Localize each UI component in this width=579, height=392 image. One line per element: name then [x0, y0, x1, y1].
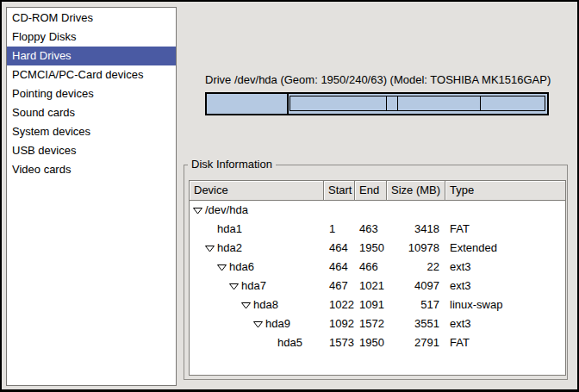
column-header-end[interactable]: End [355, 181, 387, 201]
expander-open-icon[interactable] [193, 207, 202, 215]
tree-expander[interactable] [193, 201, 205, 220]
type-cell: ext3 [445, 314, 565, 333]
disk-table: DeviceStartEndSize (MB)Type /dev/hdahda1… [189, 180, 566, 376]
disk-table-row[interactable]: hda5157319502791FAT [190, 333, 565, 352]
start-cell [324, 201, 355, 220]
expander-open-icon[interactable] [241, 302, 251, 309]
type-cell: linux-swap [445, 296, 565, 314]
tree-expander[interactable] [241, 296, 253, 314]
device-category-list: CD-ROM DrivesFloppy DisksHard DrivesPCMC… [6, 7, 177, 386]
disk-table-row[interactable]: hda9109215723551ext3 [190, 314, 565, 333]
size-cell: 10978 [387, 239, 445, 258]
type-cell: Extended [445, 239, 565, 258]
type-cell: ext3 [445, 277, 565, 296]
start-cell: 467 [324, 277, 355, 296]
sidebar-item-system-devices[interactable]: System devices [7, 122, 176, 141]
device-cell: hda9 [190, 314, 324, 333]
sidebar-item-sound-cards[interactable]: Sound cards [7, 103, 176, 122]
disk-table-row[interactable]: hda646446622ext3 [190, 258, 565, 277]
disk-table-row[interactable]: hda810221091517linux-swap [190, 296, 565, 314]
end-cell: 1091 [355, 296, 387, 314]
tree-expander[interactable] [229, 277, 241, 296]
logical-partition-divider [397, 96, 398, 110]
column-header-size-mb-[interactable]: Size (MB) [387, 181, 445, 201]
column-header-type[interactable]: Type [445, 181, 565, 201]
drive-title: Drive /dev/hda (Geom: 1950/240/63) (Mode… [205, 73, 551, 86]
sidebar-item-usb-devices[interactable]: USB devices [7, 141, 176, 160]
device-cell: hda8 [190, 296, 324, 314]
sidebar-item-pointing-devices[interactable]: Pointing devices [7, 84, 176, 103]
size-cell: 2791 [387, 333, 445, 352]
expander-open-icon[interactable] [217, 264, 227, 271]
disk-information-group: Disk Information DeviceStartEndSize (MB)… [184, 165, 568, 380]
device-label: hda5 [277, 333, 302, 352]
expander-open-icon[interactable] [253, 320, 263, 328]
size-cell: 3551 [387, 314, 445, 333]
device-label: hda8 [253, 296, 278, 314]
size-cell: 4097 [387, 277, 445, 296]
expander-open-icon[interactable] [205, 245, 215, 252]
end-cell: 1950 [355, 239, 387, 258]
type-cell: FAT [445, 333, 565, 352]
tree-expander[interactable] [253, 314, 265, 333]
expander-open-icon[interactable] [229, 283, 239, 290]
type-cell [445, 201, 565, 220]
sidebar-item-video-cards[interactable]: Video cards [7, 160, 176, 179]
end-cell: 1021 [355, 277, 387, 296]
sidebar-item-hard-drives[interactable]: Hard Drives [7, 47, 176, 65]
device-label: hda6 [229, 258, 254, 277]
sidebar-item-floppy-disks[interactable]: Floppy Disks [7, 28, 176, 47]
device-label: hda7 [241, 277, 266, 296]
size-cell: 517 [387, 296, 445, 314]
start-cell: 464 [324, 258, 355, 277]
end-cell: 463 [355, 220, 387, 239]
device-cell: hda2 [190, 239, 324, 258]
disk-table-row[interactable]: /dev/hda [190, 201, 565, 220]
tree-expander-spacer [265, 333, 277, 352]
device-label: hda2 [217, 239, 242, 258]
disk-information-legend: Disk Information [188, 158, 276, 171]
device-label: hda1 [217, 220, 242, 239]
device-cell: hda7 [190, 277, 324, 296]
hardware-browser-window: CD-ROM DrivesFloppy DisksHard DrivesPCMC… [0, 0, 579, 392]
start-cell: 464 [324, 239, 355, 258]
tree-expander[interactable] [205, 239, 217, 258]
end-cell: 1950 [355, 333, 387, 352]
end-cell: 466 [355, 258, 387, 277]
column-header-start[interactable]: Start [324, 181, 355, 201]
start-cell: 1 [324, 220, 355, 239]
device-cell: hda1 [190, 220, 324, 239]
device-label: /dev/hda [205, 201, 248, 220]
tree-expander-spacer [205, 220, 217, 239]
logical-partition-divider [480, 96, 481, 110]
device-cell: hda5 [190, 333, 324, 352]
size-cell [387, 201, 445, 220]
disk-table-row[interactable]: hda2464195010978Extended [190, 239, 565, 258]
start-cell: 1092 [324, 314, 355, 333]
sidebar-item-cd-rom-drives[interactable]: CD-ROM Drives [7, 9, 176, 28]
tree-expander[interactable] [217, 258, 229, 277]
start-cell: 1022 [324, 296, 355, 314]
disk-table-row[interactable]: hda114633418FAT [190, 220, 565, 239]
type-cell: ext3 [445, 258, 565, 277]
size-cell: 3418 [387, 220, 445, 239]
partition-bar [205, 92, 549, 115]
device-cell: /dev/hda [190, 201, 324, 220]
disk-table-body: /dev/hdahda114633418FAThda2464195010978E… [190, 201, 565, 352]
size-cell: 22 [387, 258, 445, 277]
extended-partition-box [290, 96, 545, 111]
type-cell: FAT [445, 220, 565, 239]
start-cell: 1573 [324, 333, 355, 352]
device-label: hda9 [265, 314, 290, 333]
disk-table-header: DeviceStartEndSize (MB)Type [190, 181, 565, 201]
primary-partition-divider [287, 94, 289, 114]
end-cell [355, 201, 387, 220]
column-header-device[interactable]: Device [190, 181, 324, 201]
logical-partition-divider [386, 96, 387, 110]
device-cell: hda6 [190, 258, 324, 277]
end-cell: 1572 [355, 314, 387, 333]
disk-table-row[interactable]: hda746710214097ext3 [190, 277, 565, 296]
sidebar-item-pcmcia-pc-card-devices[interactable]: PCMCIA/PC-Card devices [7, 65, 176, 84]
